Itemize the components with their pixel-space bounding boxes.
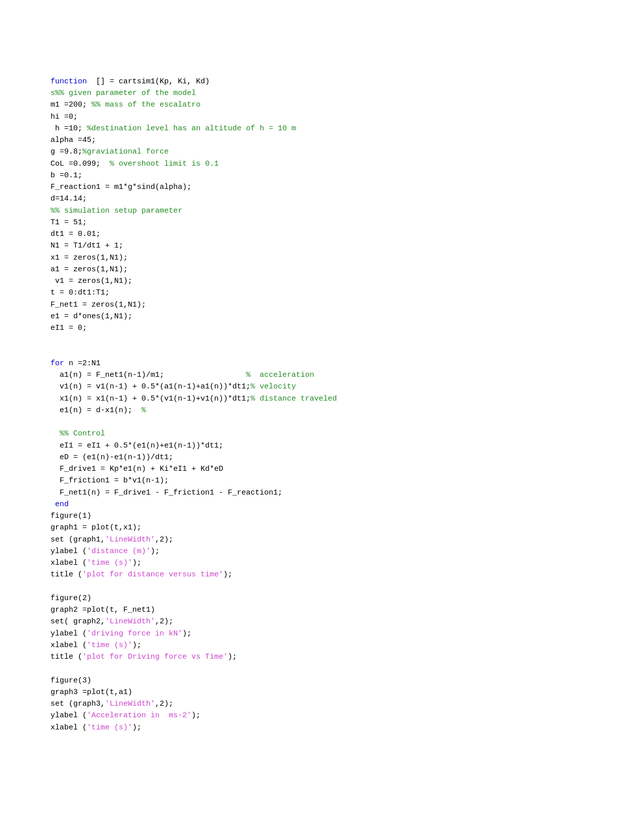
code-line: dt1 = 0.01; (51, 228, 593, 240)
code-line: figure(2) (51, 593, 593, 604)
code-line: set (graph3,'LineWidth',2); (51, 698, 593, 710)
code-line: alpha =45; (51, 134, 593, 146)
code-line: set (graph1,'LineWidth',2); (51, 534, 593, 546)
code-line: e1(n) = d-x1(n); % (51, 405, 593, 416)
code-line: %% Control (51, 428, 593, 439)
code-line: x1 = zeros(1,N1); (51, 252, 593, 264)
code-line: T1 = 51; (51, 217, 593, 228)
code-line: eI1 = eI1 + 0.5*(e1(n)+e1(n-1))*dt1; (51, 440, 593, 452)
code-line: for n =2:N1 (51, 358, 593, 369)
code-line: CoL =0.099; % overshoot limit is 0.1 (51, 158, 593, 170)
code-line: a1(n) = F_net1(n-1)/m1; % acceleration (51, 369, 593, 381)
code-line: F_drive1 = Kp*e1(n) + Ki*eI1 + Kd*eD (51, 463, 593, 475)
code-line: m1 =200; %% mass of the escalatro (51, 99, 593, 111)
code-line: F_net1 = zeros(1,N1); (51, 299, 593, 311)
code-line: s%% given parameter of the model (51, 87, 593, 99)
code-line: figure(3) (51, 675, 593, 686)
code-line (51, 416, 593, 428)
code-line: graph2 =plot(t, F_net1) (51, 604, 593, 616)
code-line: g =9.8;%graviational force (51, 146, 593, 158)
code-line: end (51, 499, 593, 510)
code-line: ylabel ('Acceleration in ms-2'); (51, 710, 593, 721)
code-line: d=14.14; (51, 193, 593, 205)
code-line: figure(1) (51, 510, 593, 522)
code-line (51, 40, 593, 52)
code-line: %% simulation setup parameter (51, 205, 593, 217)
code-line (51, 64, 593, 76)
code-line: set( graph2,'LineWidth',2); (51, 616, 593, 627)
code-line: v1 = zeros(1,N1); (51, 275, 593, 287)
code-line: F_reaction1 = m1*g*sind(alpha); (51, 181, 593, 193)
code-line: xlabel ('time (s)'); (51, 722, 593, 733)
code-line: title ('plot for Driving force vs Time')… (51, 651, 593, 663)
code-line: h =10; %destination level has an altitud… (51, 123, 593, 134)
code-line: ylabel ('distance (m)'); (51, 546, 593, 557)
code-line (51, 581, 593, 593)
code-line (51, 334, 593, 346)
code-line: function [] = cartsim1(Kp, Ki, Kd) (51, 76, 593, 87)
code-line: xlabel ('time (s)'); (51, 557, 593, 569)
code-editor: function [] = cartsim1(Kp, Ki, Kd)s%% gi… (51, 40, 593, 733)
code-line: v1(n) = v1(n-1) + 0.5*(a1(n-1)+a1(n))*dt… (51, 381, 593, 393)
code-line: eD = (e1(n)-e1(n-1))/dt1; (51, 452, 593, 463)
code-line: N1 = T1/dt1 + 1; (51, 240, 593, 252)
code-line: t = 0:dt1:T1; (51, 287, 593, 299)
code-line: graph3 =plot(t,a1) (51, 686, 593, 698)
code-line: eI1 = 0; (51, 322, 593, 334)
code-line: graph1 = plot(t,x1); (51, 522, 593, 533)
code-line: hi =0; (51, 111, 593, 123)
code-line (51, 663, 593, 674)
code-line (51, 346, 593, 358)
code-line: b =0.1; (51, 170, 593, 181)
code-line: ylabel ('driving force in kN'); (51, 628, 593, 640)
code-line: x1(n) = x1(n-1) + 0.5*(v1(n-1)+v1(n))*dt… (51, 393, 593, 405)
code-line: a1 = zeros(1,N1); (51, 264, 593, 275)
code-line: title ('plot for distance versus time'); (51, 569, 593, 580)
code-line: xlabel ('time (s)'); (51, 640, 593, 651)
code-line: F_friction1 = b*v1(n-1); (51, 475, 593, 486)
code-line: e1 = d*ones(1,N1); (51, 311, 593, 322)
code-line (51, 52, 593, 64)
code-line: F_net1(n) = F_drive1 - F_friction1 - F_r… (51, 487, 593, 499)
